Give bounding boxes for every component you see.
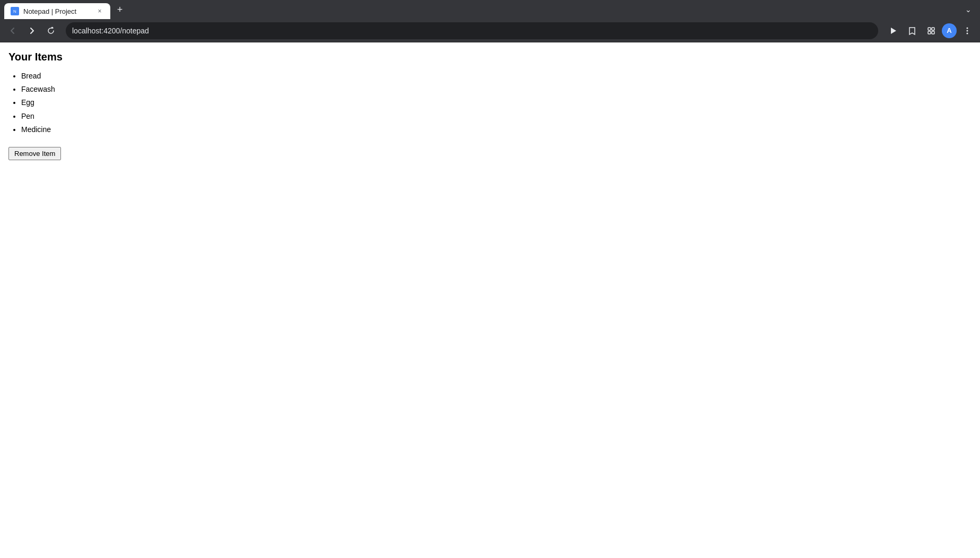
svg-marker-2 — [891, 28, 896, 34]
list-item: Bread — [21, 69, 972, 83]
svg-point-9 — [967, 32, 968, 34]
svg-text:N: N — [13, 9, 16, 14]
browser-window: N Notepad | Project × + ⌄ — [0, 0, 980, 558]
list-item: Medicine — [21, 123, 972, 136]
profile-button[interactable]: A — [942, 23, 957, 38]
bookmark-button[interactable] — [904, 22, 921, 39]
tab-bar-right: ⌄ — [961, 3, 976, 16]
svg-point-7 — [967, 27, 968, 29]
svg-rect-4 — [932, 28, 934, 30]
forward-button[interactable] — [23, 22, 40, 39]
list-item: Pen — [21, 110, 972, 123]
address-bar[interactable]: localhost:4200/notepad — [66, 22, 878, 39]
reload-button[interactable] — [42, 22, 59, 39]
svg-rect-6 — [932, 31, 934, 34]
list-item: Facewash — [21, 83, 972, 96]
extensions-button[interactable] — [923, 22, 940, 39]
active-tab[interactable]: N Notepad | Project × — [4, 3, 110, 19]
list-item: Egg — [21, 96, 972, 109]
new-tab-button[interactable]: + — [112, 2, 127, 17]
back-button[interactable] — [4, 22, 21, 39]
svg-rect-3 — [928, 28, 931, 30]
tab-bar-chevron[interactable]: ⌄ — [961, 3, 976, 16]
tab-favicon: N — [11, 7, 19, 15]
browser-toolbar: localhost:4200/notepad — [0, 19, 980, 42]
page-content: Your Items BreadFacewashEggPenMedicine R… — [0, 42, 980, 558]
menu-button[interactable] — [959, 22, 976, 39]
toolbar-right-buttons: A — [885, 22, 976, 39]
svg-rect-5 — [928, 31, 931, 34]
tab-bar: N Notepad | Project × + ⌄ — [0, 0, 980, 19]
remove-item-button[interactable]: Remove Item — [8, 147, 61, 160]
items-list: BreadFacewashEggPenMedicine — [8, 69, 972, 136]
svg-point-8 — [967, 30, 968, 31]
page-title: Your Items — [8, 51, 972, 63]
tab-close-button[interactable]: × — [95, 7, 104, 15]
tab-title: Notepad | Project — [23, 7, 91, 15]
media-button[interactable] — [885, 22, 902, 39]
address-text: localhost:4200/notepad — [72, 27, 872, 35]
